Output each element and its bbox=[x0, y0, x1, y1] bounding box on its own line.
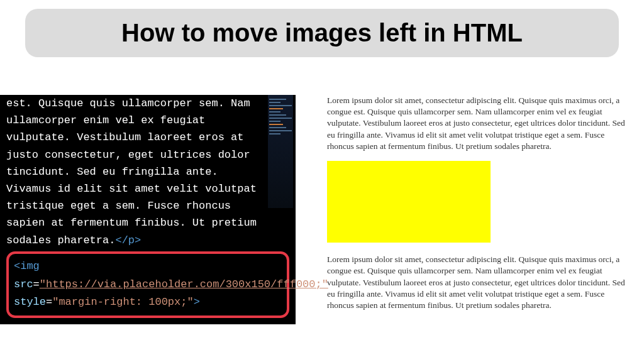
minimap-lines bbox=[269, 99, 292, 136]
highlighted-code-box: <img src="https://via.placeholder.com/30… bbox=[6, 251, 289, 319]
placeholder-image bbox=[327, 161, 491, 243]
title-banner: How to move images left in HTML bbox=[25, 9, 619, 57]
browser-preview-panel: Lorem ipsum dolor sit amet, consectetur … bbox=[296, 95, 644, 324]
img-tag-open: <img bbox=[14, 260, 40, 272]
content-row: est. Quisque quis ullamcorper sem. Nam u… bbox=[0, 95, 644, 324]
preview-paragraph-1: Lorem ipsum dolor sit amet, consectetur … bbox=[327, 95, 629, 152]
code-editor-panel: est. Quisque quis ullamcorper sem. Nam u… bbox=[0, 95, 296, 324]
style-attr-name: style bbox=[14, 296, 46, 308]
preview-paragraph-2: Lorem ipsum dolor sit amet, consectetur … bbox=[327, 254, 629, 311]
src-attr-name: src bbox=[14, 278, 33, 290]
style-attr-value: "margin-right: 100px;" bbox=[52, 296, 193, 308]
img-tag-close: > bbox=[194, 296, 200, 308]
code-body-text: est. Quisque quis ullamcorper sem. Nam u… bbox=[6, 95, 258, 249]
closing-p-tag: </p> bbox=[115, 234, 141, 246]
src-attr-value: "https://via.placeholder.com/300x150/fff… bbox=[40, 278, 328, 290]
code-lorem: est. Quisque quis ullamcorper sem. Nam u… bbox=[6, 97, 263, 246]
page-title: How to move images left in HTML bbox=[38, 19, 606, 47]
